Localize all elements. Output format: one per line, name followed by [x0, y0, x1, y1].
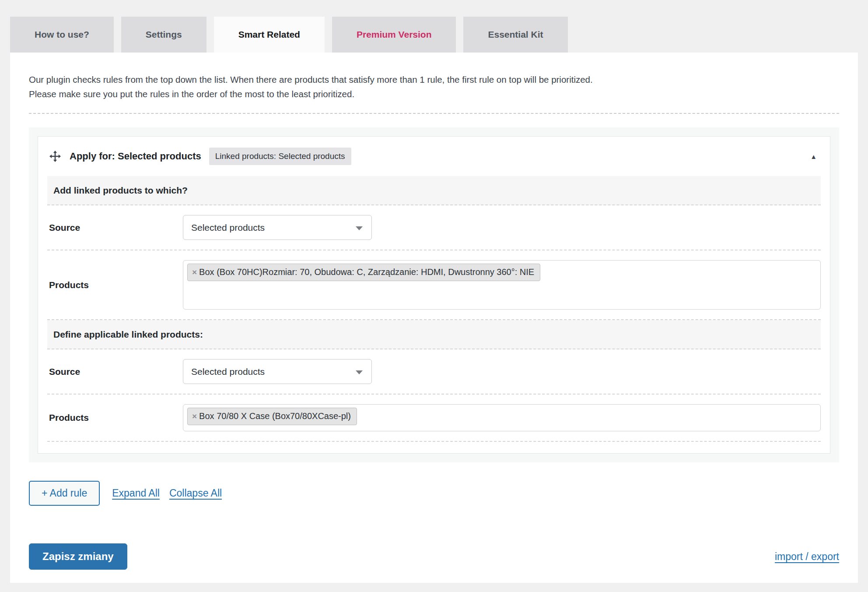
chevron-up-icon: ▲	[810, 153, 817, 160]
dropdown-arrow-icon	[356, 370, 363, 374]
tab-smart-related[interactable]: Smart Related	[214, 17, 325, 53]
dropdown-arrow-icon	[356, 226, 363, 230]
rule-panel: Apply for: Selected products Linked prod…	[38, 136, 830, 454]
section-heading-applicable: Define applicable linked products:	[47, 320, 821, 349]
content-panel: Our plugin checks rules from the top dow…	[10, 53, 858, 583]
product-tag: × Box 70/80 X Case (Box70/80XCase-pl)	[187, 408, 357, 425]
source-label: Source	[47, 366, 183, 377]
intro-divider	[29, 113, 839, 114]
save-row: Zapisz zmiany import / export	[29, 543, 839, 570]
rules-container: Apply for: Selected products Linked prod…	[29, 127, 839, 462]
row-products-linked-to: Products × Box (Box 70HC)Rozmiar: 70, Ob…	[47, 250, 821, 320]
products-field-linked-to[interactable]: × Box (Box 70HC)Rozmiar: 70, Obudowa: C,…	[183, 260, 821, 310]
rule-title: Apply for: Selected products	[70, 151, 201, 162]
source-select-linked-to-value: Selected products	[191, 222, 265, 233]
product-tag: × Box (Box 70HC)Rozmiar: 70, Obudowa: C,…	[187, 264, 540, 281]
move-icon[interactable]	[49, 151, 61, 162]
row-source-linked-to: Source Selected products	[47, 205, 821, 250]
products-field-applicable[interactable]: × Box 70/80 X Case (Box70/80XCase-pl)	[183, 404, 821, 431]
tab-how-to-use[interactable]: How to use?	[10, 17, 114, 53]
section-heading-linked-to-label: Add linked products to which?	[53, 185, 188, 196]
intro-text: Our plugin checks rules from the top dow…	[29, 72, 622, 101]
expand-all-link[interactable]: Expand All	[112, 487, 160, 499]
collapse-all-link[interactable]: Collapse All	[169, 487, 222, 499]
tab-premium-version[interactable]: Premium Version	[332, 17, 456, 53]
tab-essential-kit[interactable]: Essential Kit	[463, 17, 567, 53]
source-select-applicable[interactable]: Selected products	[183, 359, 372, 384]
row-products-applicable: Products × Box 70/80 X Case (Box70/80XCa…	[47, 395, 821, 442]
collapse-rule-button[interactable]: ▲	[808, 150, 819, 163]
remove-tag-icon[interactable]: ×	[192, 268, 197, 277]
move-icon-glyph	[49, 151, 61, 162]
product-tag-label: Box 70/80 X Case (Box70/80XCase-pl)	[199, 411, 351, 421]
remove-tag-icon[interactable]: ×	[192, 412, 197, 421]
source-select-applicable-value: Selected products	[191, 366, 265, 377]
actions-row: + Add rule Expand All Collapse All	[29, 481, 839, 506]
tab-bar: How to use? Settings Smart Related Premi…	[10, 17, 858, 53]
import-export-link[interactable]: import / export	[775, 551, 839, 563]
source-label: Source	[47, 222, 183, 233]
section-heading-applicable-label: Define applicable linked products:	[53, 329, 203, 340]
products-label: Products	[47, 412, 183, 423]
add-rule-button[interactable]: + Add rule	[29, 481, 100, 506]
products-label: Products	[47, 280, 183, 290]
rule-badge: Linked products: Selected products	[209, 148, 351, 165]
rule-body: Add linked products to which? Source Sel…	[38, 176, 830, 453]
section-heading-linked-to: Add linked products to which?	[47, 176, 821, 205]
row-source-applicable: Source Selected products	[47, 349, 821, 395]
save-button[interactable]: Zapisz zmiany	[29, 543, 127, 570]
product-tag-label: Box (Box 70HC)Rozmiar: 70, Obudowa: C, Z…	[199, 267, 534, 277]
source-select-linked-to[interactable]: Selected products	[183, 215, 372, 240]
page: How to use? Settings Smart Related Premi…	[0, 0, 868, 592]
rule-header[interactable]: Apply for: Selected products Linked prod…	[38, 137, 830, 176]
tab-settings[interactable]: Settings	[121, 17, 206, 53]
